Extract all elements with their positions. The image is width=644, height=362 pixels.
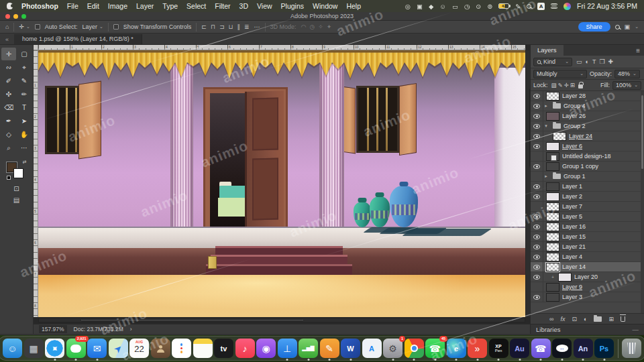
layer-row-group-4[interactable]: ▸Group 4 xyxy=(531,101,644,111)
layer-row-layer-1[interactable]: Layer 1 xyxy=(531,182,644,192)
dock-app-adobe-audition[interactable]: Au xyxy=(510,339,529,358)
visibility-toggle[interactable] xyxy=(531,162,543,171)
layer-row-group-1[interactable]: ▸Group 1 xyxy=(531,172,644,182)
layer-name[interactable]: Group 1 xyxy=(564,173,586,180)
filter-icon-4[interactable]: ✚ xyxy=(608,58,614,65)
layer-thumbnail[interactable] xyxy=(546,112,559,121)
dock-app-word[interactable]: W xyxy=(341,339,360,358)
layer-thumbnail[interactable] xyxy=(546,152,559,161)
align-icon-4[interactable]: ∥ xyxy=(237,23,240,30)
eyedropper-tool[interactable]: ✐ xyxy=(1,74,16,87)
layer-name[interactable]: Group 4 xyxy=(564,103,586,109)
type-tool[interactable]: T xyxy=(17,101,32,114)
dock-app-safari[interactable]: ✦ xyxy=(45,339,64,358)
layer-row-layer-20[interactable]: +Layer 20 xyxy=(531,272,644,282)
dock-app-mail[interactable]: ✉ xyxy=(87,339,107,358)
filter-icon-0[interactable]: ▭ xyxy=(576,58,582,65)
spotlight-search-icon[interactable] xyxy=(527,4,531,9)
layer-thumbnail[interactable] xyxy=(546,162,559,171)
dock-app-pages[interactable]: ✎ xyxy=(320,339,339,358)
new-layer-icon[interactable]: ⊞ xyxy=(608,316,614,322)
menu-layer[interactable]: Layer xyxy=(136,2,154,10)
layer-name[interactable]: Layer 28 xyxy=(562,93,586,99)
layer-thumbnail[interactable] xyxy=(546,92,559,101)
dock-app-whatsapp[interactable]: ☎45 xyxy=(425,339,445,358)
dock-app-red-chevrons-app[interactable]: » xyxy=(468,339,487,358)
dock-app-music[interactable]: ♪ xyxy=(235,339,255,358)
canvas-vertical-scrollbar[interactable] xyxy=(526,50,530,317)
layer-row-layer-24[interactable]: Layer 24 xyxy=(531,131,644,141)
visibility-toggle[interactable] xyxy=(531,182,543,191)
layer-name[interactable]: Layer 6 xyxy=(562,143,582,149)
layer-name[interactable]: Layer 14 xyxy=(562,263,586,270)
visibility-toggle[interactable] xyxy=(531,262,543,272)
brush-tool[interactable]: ✎ xyxy=(17,74,32,87)
layer-name[interactable]: Layer 15 xyxy=(562,233,586,240)
blend-mode-dropdown[interactable]: Multiply⌄ xyxy=(533,70,587,78)
visibility-toggle[interactable] xyxy=(531,141,543,151)
dock-app-maps[interactable]: ➤ xyxy=(109,339,128,358)
play-circle-icon[interactable]: ⊙ xyxy=(476,3,481,10)
layer-name[interactable]: Layer 9 xyxy=(562,284,582,290)
background-color-swatch[interactable] xyxy=(13,168,23,178)
vertical-ruler[interactable]: 12345678 xyxy=(34,50,38,317)
visibility-toggle[interactable] xyxy=(531,232,543,241)
layer-row-layer-7[interactable]: Layer 7 xyxy=(531,202,644,212)
visibility-toggle[interactable] xyxy=(531,111,543,121)
collapse-panels-icon[interactable]: « xyxy=(0,36,14,44)
dark-app-icon[interactable]: ◆ xyxy=(429,3,433,10)
dock-app-numbers[interactable]: ▂▅▇ xyxy=(299,339,318,358)
link-layers-icon[interactable]: ∞ xyxy=(549,316,553,322)
screen-mode-icon[interactable]: ▤ xyxy=(13,196,19,204)
square-app-icon[interactable]: ▣ xyxy=(417,3,423,10)
panel-menu-icon[interactable]: ≡ xyxy=(632,47,644,56)
visibility-toggle[interactable] xyxy=(531,242,543,251)
layer-row-group-2[interactable]: ▾Group 2 xyxy=(531,121,644,131)
add-mask-icon[interactable]: ⊡ xyxy=(572,316,577,322)
display-icon[interactable]: ▭ xyxy=(452,3,458,10)
filter-icon-3[interactable]: ❒ xyxy=(599,58,604,65)
dock-app-edge-browser[interactable]: e xyxy=(447,339,466,358)
menu-window[interactable]: Window xyxy=(313,2,337,10)
clock-app-icon[interactable]: ◷ xyxy=(464,3,470,10)
layer-effects-icon[interactable]: fx xyxy=(560,316,565,322)
clone-stamp-tool[interactable]: ✣ xyxy=(1,88,16,101)
auto-select-checkbox[interactable] xyxy=(35,24,40,29)
visibility-toggle[interactable] xyxy=(531,172,543,181)
layer-name[interactable]: Layer 24 xyxy=(569,133,592,139)
align-icon-3[interactable]: ⊔ xyxy=(228,23,233,30)
visibility-toggle[interactable] xyxy=(531,131,543,141)
hand-tool[interactable]: ✋ xyxy=(17,128,32,141)
siri-icon[interactable] xyxy=(564,3,571,10)
layer-name[interactable]: Layer 21 xyxy=(562,243,586,250)
layer-row-layer-5[interactable]: Layer 5 xyxy=(531,212,644,222)
menu-bar-clock[interactable]: Fri 22 Aug 3:56 PM xyxy=(577,2,637,10)
dock-app-reminders[interactable] xyxy=(172,339,191,358)
current-tool-icon[interactable]: ✛⌄ xyxy=(19,23,30,30)
auto-select-dropdown[interactable]: Layer⌄ xyxy=(82,23,103,30)
more-options-icon[interactable]: ⋯ xyxy=(254,23,260,30)
move-tool[interactable]: ✛ xyxy=(1,48,16,60)
dock-app-trash[interactable] xyxy=(622,339,641,358)
visibility-toggle[interactable] xyxy=(531,101,543,111)
adjustment-layer-icon[interactable]: ◐ xyxy=(584,316,587,322)
battery-indicator[interactable]: 42 xyxy=(498,3,509,9)
menu-photoshop[interactable]: Photoshop xyxy=(21,2,58,10)
align-icon-0[interactable]: ⊏ xyxy=(201,23,207,30)
align-icon-5[interactable]: ≣ xyxy=(244,23,250,30)
marquee-tool[interactable]: ▢ xyxy=(17,48,32,60)
minimize-icon[interactable]: — xyxy=(633,326,639,333)
chat-app-icon[interactable]: ☺ xyxy=(439,3,446,10)
quick-mask-icon[interactable]: ⊡ xyxy=(13,185,19,192)
workspace-switcher-icon[interactable]: ▣ xyxy=(625,23,631,30)
dock-app-messages[interactable]: 2,921 xyxy=(66,339,86,358)
home-icon[interactable]: ⌂ xyxy=(5,23,9,30)
filter-icon-1[interactable]: ◐ xyxy=(586,58,589,65)
visibility-toggle[interactable] xyxy=(531,222,543,231)
menu-edit[interactable]: Edit xyxy=(87,2,99,10)
layer-thumbnail[interactable] xyxy=(553,132,566,141)
close-window-button[interactable] xyxy=(5,14,10,19)
tab-layers[interactable]: Layers xyxy=(531,45,564,56)
horizontal-ruler[interactable]: 123456789101112131415 xyxy=(38,45,525,50)
layer-row-layer-16[interactable]: Layer 16 xyxy=(531,222,644,232)
